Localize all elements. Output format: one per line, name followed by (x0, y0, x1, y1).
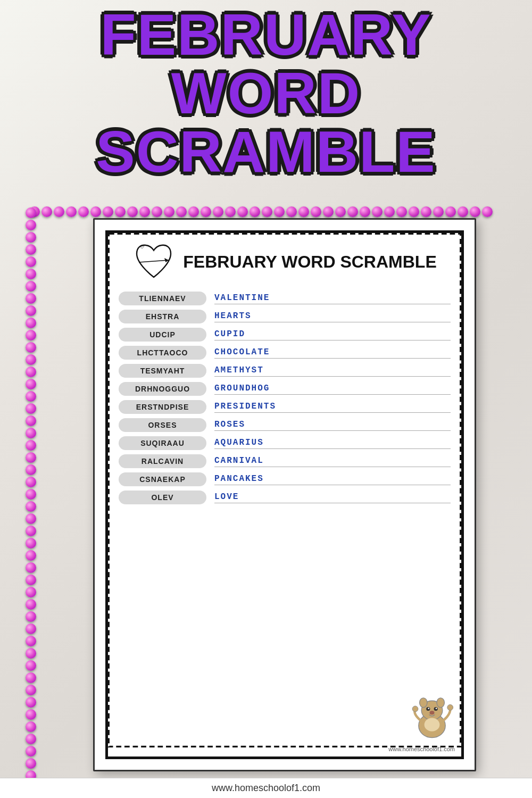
bead (360, 206, 370, 217)
answer-text: CUPID (214, 329, 451, 340)
bead (250, 206, 260, 217)
title-line3: SCRAMBLE (0, 122, 532, 181)
word-row: SUQIRAAUAQUARIUS (119, 436, 451, 450)
bead (26, 587, 36, 597)
bead (103, 206, 113, 217)
bead (26, 599, 36, 610)
bead (347, 206, 358, 217)
bead (26, 685, 36, 695)
bead (26, 709, 36, 720)
answer-line: ROSES (214, 420, 451, 431)
bead (298, 206, 309, 217)
groundhog-mascot (408, 682, 456, 741)
bead (26, 440, 36, 451)
answer-text: VALENTINE (214, 293, 451, 304)
answer-text: CARNIVAL (214, 456, 451, 467)
bead (41, 206, 52, 217)
bead (274, 206, 285, 217)
scrambled-word: RALCAVIN (119, 454, 206, 468)
bead (78, 206, 89, 217)
bead (26, 428, 36, 438)
worksheet-header: FEBRUARY WORD SCRAMBLE (119, 241, 451, 284)
bead (26, 550, 36, 561)
answer-text: HEARTS (214, 311, 451, 322)
bead (127, 206, 138, 217)
bead-chain-top (29, 206, 493, 217)
bead (139, 206, 150, 217)
answer-text: ROSES (214, 420, 451, 431)
bead (26, 697, 36, 708)
bead (26, 256, 36, 267)
svg-point-10 (436, 708, 437, 709)
bead (237, 206, 248, 217)
answer-line: GROUNDHOG (214, 384, 451, 395)
word-row: RALCAVINCARNIVAL (119, 454, 451, 468)
answer-line: VALENTINE (214, 293, 451, 304)
bead (26, 318, 36, 328)
bead (26, 624, 36, 634)
bead (26, 562, 36, 573)
bead (409, 206, 419, 217)
scrambled-word: SUQIRAAU (119, 436, 206, 450)
bead (26, 746, 36, 757)
footer-url: www.homeschoolof1.com (212, 783, 320, 793)
answer-line: CHOCOLATE (214, 347, 451, 359)
bead (66, 206, 77, 217)
word-row: ERSTNDPISEPRESIDENTS (119, 400, 451, 414)
bead (90, 206, 101, 217)
scrambled-word: LHCTTAOCO (119, 346, 206, 360)
svg-point-9 (428, 708, 429, 709)
bead (26, 501, 36, 512)
word-row: ORSESROSES (119, 418, 451, 432)
bead (26, 415, 36, 426)
word-row: CSNAEKAPPANCAKES (119, 472, 451, 486)
bead (26, 281, 36, 292)
word-rows: TLIENNAEVVALENTINEEHSTRAHEARTSUDCIPCUPID… (119, 292, 451, 504)
bead (26, 269, 36, 279)
bead (54, 206, 64, 217)
scrambled-word: ERSTNDPISE (119, 400, 206, 414)
answer-text: PRESIDENTS (214, 402, 451, 413)
bead (26, 354, 36, 365)
bead (26, 403, 36, 414)
bead (372, 206, 383, 217)
word-row: OLEVLOVE (119, 491, 451, 504)
worksheet: FEBRUARY WORD SCRAMBLE TLIENNAEVVALENTIN… (93, 218, 476, 771)
bead (458, 206, 468, 217)
answer-line: CUPID (214, 329, 451, 340)
bead (26, 489, 36, 500)
bead (201, 206, 211, 217)
bead (26, 660, 36, 671)
bead (176, 206, 187, 217)
answer-text: PANCAKES (214, 474, 451, 485)
bead (152, 206, 162, 217)
worksheet-title: FEBRUARY WORD SCRAMBLE (183, 253, 436, 271)
bead (311, 206, 321, 217)
answer-line: HEARTS (214, 311, 451, 322)
svg-point-11 (430, 711, 435, 714)
footer: www.homeschoolof1.com (0, 778, 532, 798)
scrambled-word: CSNAEKAP (119, 472, 206, 486)
svg-point-5 (420, 698, 427, 708)
bead (26, 672, 36, 683)
word-row: EHSTRAHEARTS (119, 310, 451, 323)
bead (26, 464, 36, 475)
word-row: TLIENNAEVVALENTINE (119, 292, 451, 305)
bead (26, 391, 36, 402)
answer-text: GROUNDHOG (214, 384, 451, 395)
answer-line: PANCAKES (214, 474, 451, 485)
bead (335, 206, 346, 217)
bead (26, 367, 36, 377)
bead (225, 206, 236, 217)
bead (323, 206, 334, 217)
bead (421, 206, 431, 217)
bead (482, 206, 493, 217)
scrambled-word: TLIENNAEV (119, 292, 206, 305)
title-line2: WORD (0, 64, 532, 122)
answer-text: CHOCOLATE (214, 347, 451, 359)
bead (384, 206, 395, 217)
worksheet-inner: FEBRUARY WORD SCRAMBLE TLIENNAEVVALENTIN… (105, 230, 464, 759)
bead-chain-left (26, 207, 36, 798)
bead (26, 513, 36, 524)
bead (26, 244, 36, 255)
